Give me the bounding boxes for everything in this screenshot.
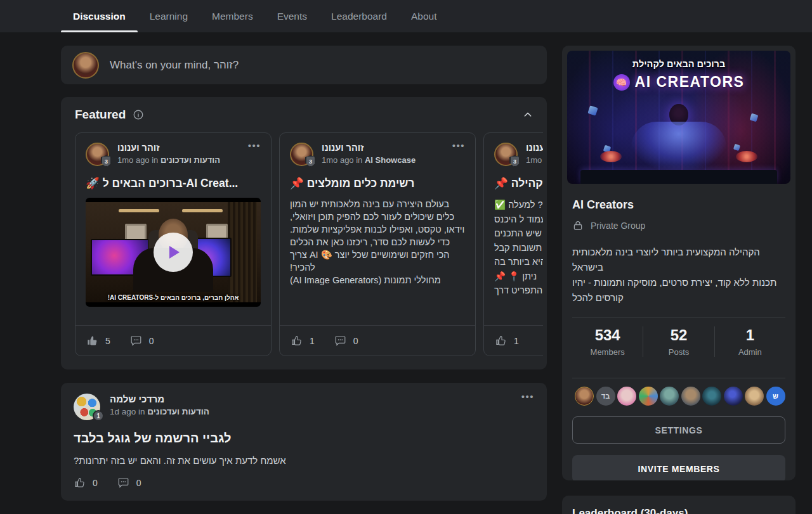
post-body: בעולם היצירה עם בינה מלאכותית יש המון כל… [290,198,465,286]
like-button[interactable]: 0 [74,477,98,489]
comment-icon [334,335,346,347]
tab-events[interactable]: Events [265,0,319,32]
post-channel[interactable]: הודעות ועדכונים [160,155,220,165]
post-meta: 1mo ago in הודעות ועדכונים [117,155,220,165]
member-avatar[interactable] [575,387,594,406]
lock-icon [572,220,584,231]
group-banner-image[interactable]: ברוכים הבאים לקהילת 🧠 AI CREATORS [567,51,790,184]
featured-post-card[interactable]: 3 זוהר וענונו 1mo ago in הודעות ועדכונים… [483,132,543,356]
group-privacy: Private Group [591,221,645,231]
stat-value: 534 [572,326,643,344]
featured-post-card[interactable]: 3 זוהר וענונו 1mo ago in הודעות ועדכונים… [75,132,272,356]
post-author[interactable]: מרדכי שלמה [110,394,209,404]
group-info-card: ברוכים הבאים לקהילת 🧠 AI CREATORS AI Cre… [562,46,796,480]
featured-post-card[interactable]: 3 זוהר וענונו 1mo ago in AI Showcase •••… [279,132,476,356]
post-author[interactable]: זוהר וענונו [322,143,416,153]
level-badge: 3 [305,155,316,167]
like-count: 5 [105,336,110,346]
like-button[interactable]: 1 [291,335,315,347]
stat-admins[interactable]: 1 Admin [714,326,785,357]
post-title[interactable]: לגביי הרשמה של גוגל בלבד [74,431,534,446]
stat-posts[interactable]: 52 Posts [643,326,714,357]
stat-value: 52 [643,326,714,344]
post-body: ✅ למעלה ? עמוד ל היכנס שיש התכנים תשובות… [494,198,543,298]
comment-icon [130,335,142,347]
comment-icon [117,477,129,489]
member-avatar[interactable]: ש [766,387,785,406]
member-avatar[interactable]: בד [596,387,615,406]
avatar: 1 [74,394,100,420]
comment-button[interactable]: 0 [117,477,141,489]
play-button[interactable] [154,233,193,272]
featured-section: Featured 3 [61,97,547,369]
thumbs-up-icon [495,335,507,347]
feed-post-card[interactable]: 1 מרדכי שלמה 1d ago in הודעות ועדכונים •… [61,383,547,501]
post-channel[interactable]: AI Showcase [365,155,416,165]
member-avatar[interactable] [681,387,700,406]
comment-count: 0 [353,336,358,346]
feed-column: What's on your mind, זוהר? Featured [61,46,547,501]
stat-label: Admin [715,347,785,357]
post-meta: 1mo ago in AI Showcase [322,155,416,165]
comment-count: 0 [136,478,141,488]
composer-placeholder: What's on your mind, זוהר? [110,59,239,72]
like-count: 1 [310,336,315,346]
post-title[interactable]: 📌 קהילה [494,177,543,190]
post-author[interactable]: זוהר וענונו [117,143,220,153]
like-button[interactable]: 1 [495,335,519,347]
comment-button[interactable]: 0 [334,335,358,347]
group-description: הקהילה המקצועית ביותר ליוצרי בינה מלאכות… [572,245,785,305]
like-button[interactable]: 5 [86,335,110,347]
post-body-line: 📌 📍 ניתן [494,269,543,284]
stat-label: Posts [643,347,714,357]
banner-welcome-text: ברוכים הבאים לקהילת [567,59,790,69]
post-meta: 1mo ago in הודעות ועדכונים [526,155,543,165]
member-avatar[interactable] [617,387,636,406]
featured-carousel: 3 זוהר וענונו 1mo ago in הודעות ועדכונים… [75,132,543,356]
post-timestamp: 1mo ago in [526,155,543,165]
level-badge: 1 [93,410,104,421]
post-composer[interactable]: What's on your mind, זוהר? [61,46,547,84]
tab-learning[interactable]: Learning [138,0,200,32]
settings-button[interactable]: SETTINGS [572,416,785,444]
tab-leaderboard[interactable]: Leaderboard [319,0,399,32]
post-title[interactable]: 🚀 ברוכים הבאים ל-AI Creat... [86,177,261,190]
banner-brand-text: AI CREATORS [635,74,745,91]
post-body-line: היא ביותר בה [494,255,543,269]
member-avatar[interactable] [724,387,743,406]
member-avatar[interactable] [660,387,679,406]
post-author[interactable]: זוהר וענונו [526,143,543,153]
post-timestamp: 1mo ago in [322,155,365,165]
like-count: 0 [93,478,98,488]
more-options-icon[interactable]: ••• [452,143,465,149]
collapse-chevron-up-icon[interactable] [523,110,533,120]
banner-keyboard [580,170,777,184]
post-body-line: שיש התכנים [494,226,543,241]
level-badge: 3 [509,155,520,167]
member-avatars-row: בד ש [572,378,785,406]
post-channel[interactable]: הודעות ועדכונים [147,407,209,416]
group-name: AI Creators [572,198,785,212]
post-body-line: עמוד ל היכנס [494,212,543,227]
tab-members[interactable]: Members [200,0,265,32]
member-avatar[interactable] [639,387,658,406]
member-avatar[interactable] [745,387,764,406]
more-options-icon[interactable]: ••• [248,143,261,149]
post-title[interactable]: 📌 רשימת כלים מומלצים [290,177,465,190]
tab-about[interactable]: About [399,0,449,32]
invite-members-button[interactable]: INVITE MEMBERS [572,455,785,480]
avatar: 3 [86,143,109,166]
acoustic-panel [228,202,257,302]
member-avatar[interactable] [702,387,721,406]
post-body-line: תשובות קבל [494,241,543,255]
comment-button[interactable]: 0 [130,335,154,347]
level-badge: 3 [101,155,112,167]
group-stats: 534 Members 52 Posts 1 Admin [572,318,785,366]
stat-label: Members [572,347,643,357]
tab-discussion[interactable]: Discussion [61,0,138,32]
comment-count: 0 [149,336,154,346]
info-icon[interactable] [133,109,144,120]
video-thumbnail[interactable]: אהלן חברים, ברוכים הבאים ל-AI CREATORS! [86,198,261,307]
more-options-icon[interactable]: ••• [521,394,534,400]
stat-members[interactable]: 534 Members [572,326,643,357]
